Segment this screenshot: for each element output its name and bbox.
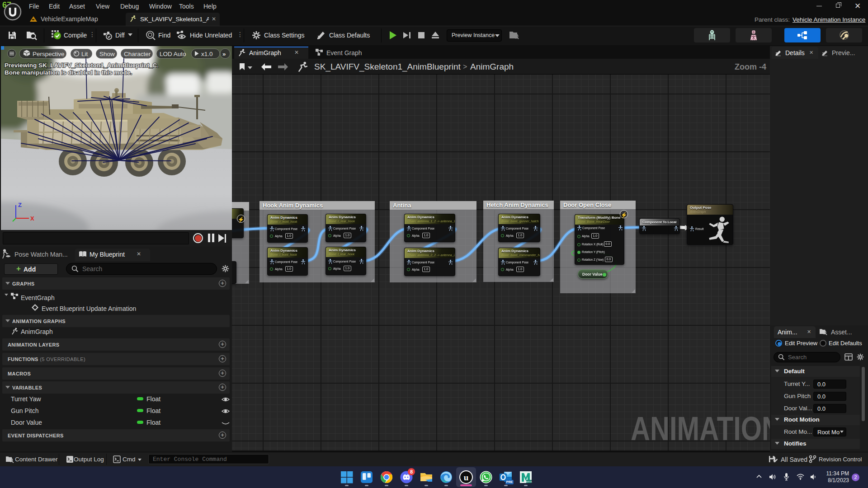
- svg-text:LOD Auto: LOD Auto: [160, 51, 186, 57]
- svg-text:MAYA: MAYA: [526, 480, 532, 483]
- svg-text:Show: Show: [99, 51, 115, 57]
- svg-text:u: u: [464, 473, 469, 482]
- svg-text:»: »: [222, 51, 226, 57]
- svg-text:X: X: [30, 215, 34, 222]
- svg-text:Perspective: Perspective: [33, 51, 65, 57]
- svg-text:Previewing SK_LAVIFV_Skeleton1: Previewing SK_LAVIFV_Skeleton1_AnimBluep…: [5, 62, 159, 69]
- svg-text:Z: Z: [18, 202, 22, 208]
- svg-text:Lit: Lit: [81, 51, 88, 57]
- svg-text:x1.0: x1.0: [201, 51, 213, 57]
- svg-text:Character: Character: [124, 51, 151, 57]
- svg-text:Bone manipulation is disabled: Bone manipulation is disabled in this mo…: [5, 69, 132, 76]
